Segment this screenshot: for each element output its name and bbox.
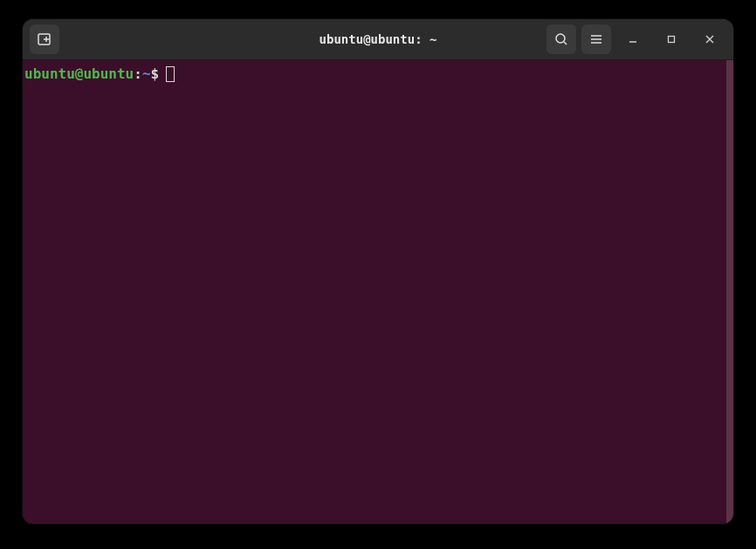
titlebar-left xyxy=(30,24,59,54)
maximize-icon xyxy=(666,34,677,45)
new-tab-button[interactable] xyxy=(30,24,59,54)
window-title: ubuntu@ubuntu: ~ xyxy=(320,32,437,46)
titlebar: ubuntu@ubuntu: ~ xyxy=(23,19,733,60)
titlebar-right xyxy=(546,24,726,54)
prompt-path: ~ xyxy=(142,65,151,84)
prompt-separator: : xyxy=(134,65,142,84)
minimize-button[interactable] xyxy=(616,24,649,54)
prompt-user-host: ubuntu@ubuntu xyxy=(24,65,134,84)
new-tab-icon xyxy=(37,31,52,47)
maximize-button[interactable] xyxy=(655,24,688,54)
prompt-symbol: $ xyxy=(151,65,160,84)
search-button[interactable] xyxy=(546,24,576,54)
svg-rect-9 xyxy=(669,37,675,43)
svg-point-3 xyxy=(556,34,565,43)
menu-button[interactable] xyxy=(581,24,611,54)
prompt-line: ubuntu@ubuntu:~$ xyxy=(24,65,732,84)
scrollbar[interactable] xyxy=(726,60,733,524)
close-icon xyxy=(704,34,715,45)
minimize-icon xyxy=(628,34,638,45)
hamburger-icon xyxy=(589,32,603,46)
svg-line-4 xyxy=(564,42,567,45)
terminal-window: ubuntu@ubuntu: ~ xyxy=(23,19,733,524)
text-cursor xyxy=(166,66,175,82)
search-icon xyxy=(554,32,568,46)
terminal-body[interactable]: ubuntu@ubuntu:~$ xyxy=(23,60,733,524)
close-button[interactable] xyxy=(693,24,726,54)
